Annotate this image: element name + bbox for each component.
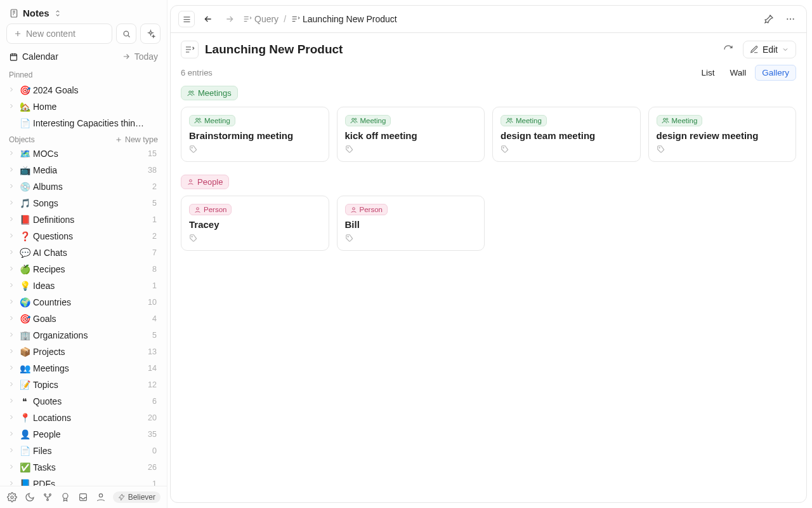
chevron-right-icon[interactable]: [8, 463, 16, 472]
chevron-right-icon[interactable]: [8, 281, 16, 290]
item-label: Locations: [33, 411, 145, 424]
chevron-right-icon[interactable]: [8, 248, 16, 257]
object-type-item[interactable]: 🌍Countries10: [5, 294, 162, 311]
object-type-item[interactable]: 👥Meetings14: [5, 360, 162, 377]
svg-point-18: [355, 118, 357, 120]
ai-sparkle-button[interactable]: [140, 23, 160, 44]
item-emoji: ❝: [19, 395, 30, 408]
tag-icon[interactable]: [345, 234, 477, 243]
entry-card[interactable]: PersonBill: [337, 196, 485, 251]
chevron-right-icon[interactable]: [8, 314, 16, 323]
chevron-right-icon[interactable]: [8, 413, 16, 422]
object-type-item[interactable]: 🗺️MOCs15: [5, 145, 162, 162]
object-type-item[interactable]: 📄Files0: [5, 443, 162, 459]
today-link[interactable]: Today: [122, 51, 158, 62]
entry-card[interactable]: PersonTracey: [181, 196, 329, 251]
object-type-item[interactable]: 📕Definitions1: [5, 211, 162, 228]
view-tab-wall[interactable]: Wall: [723, 65, 752, 80]
pinned-item[interactable]: 🎯2024 Goals: [5, 82, 162, 98]
inbox-icon[interactable]: [77, 491, 89, 503]
page-type-icon[interactable]: [181, 41, 199, 58]
entry-card[interactable]: Meetingdesign team meeting: [492, 107, 641, 162]
item-label: Interesting Capacities thin…: [33, 117, 159, 130]
group-chip[interactable]: Meetings: [181, 86, 238, 100]
chevron-right-icon[interactable]: [8, 446, 16, 455]
chevron-right-icon[interactable]: [8, 298, 16, 307]
workspace-title[interactable]: Notes: [23, 8, 49, 18]
tag-icon[interactable]: [189, 234, 321, 243]
object-type-item[interactable]: 🎯Goals4: [5, 311, 162, 327]
tag-icon[interactable]: [189, 145, 321, 154]
page-title: Launching New Product: [205, 43, 343, 57]
nav-forward-button[interactable]: [221, 11, 238, 27]
breadcrumb-query[interactable]: Query: [243, 14, 278, 24]
chevron-right-icon[interactable]: [8, 364, 16, 373]
object-type-item[interactable]: 📦Projects13: [5, 344, 162, 360]
pinned-item[interactable]: 🏡Home: [5, 98, 162, 115]
object-type-item[interactable]: 🍏Recipes8: [5, 261, 162, 277]
object-type-item[interactable]: 💬AI Chats7: [5, 244, 162, 261]
more-button[interactable]: [782, 11, 799, 27]
item-emoji: 🏢: [19, 329, 30, 342]
entry-card[interactable]: MeetingBrainstorming meeting: [181, 107, 329, 162]
star-badge-icon[interactable]: [60, 491, 71, 503]
item-count: 2: [152, 230, 159, 243]
object-type-item[interactable]: 📍Locations20: [5, 410, 162, 426]
breadcrumb: Query / Launching New Product: [243, 14, 397, 24]
calendar-link[interactable]: Calendar: [9, 51, 58, 62]
search-button[interactable]: [116, 23, 136, 44]
tag-icon[interactable]: [657, 145, 789, 154]
group-chip[interactable]: People: [181, 175, 229, 189]
tag-icon[interactable]: [345, 145, 477, 154]
chevron-right-icon[interactable]: [8, 199, 16, 208]
chevron-right-icon[interactable]: [8, 232, 16, 241]
chevron-right-icon[interactable]: [8, 166, 16, 175]
dark-mode-icon[interactable]: [24, 491, 36, 503]
svg-point-8: [99, 494, 102, 497]
refresh-button[interactable]: [720, 41, 737, 58]
edit-button[interactable]: Edit: [743, 41, 796, 58]
calendar-label: Calendar: [22, 51, 58, 62]
chevron-right-icon[interactable]: [8, 331, 16, 340]
chevron-right-icon[interactable]: [8, 479, 16, 486]
object-type-item[interactable]: 💿Albums2: [5, 178, 162, 195]
object-type-item[interactable]: 📺Media38: [5, 162, 162, 178]
breadcrumb-current[interactable]: Launching New Product: [291, 14, 397, 24]
toggle-sidebar-button[interactable]: [178, 11, 195, 27]
object-type-item[interactable]: 📘PDFs1: [5, 476, 162, 486]
tag-icon[interactable]: [501, 145, 632, 154]
chevron-right-icon[interactable]: [8, 347, 16, 356]
objects-list: 🗺️MOCs15📺Media38💿Albums2🎵Songs5📕Definiti…: [5, 145, 162, 486]
chevron-right-icon[interactable]: [8, 380, 16, 389]
nav-back-button[interactable]: [200, 11, 216, 27]
new-type-button[interactable]: New type: [115, 135, 158, 144]
entry-card[interactable]: Meetingkick off meeting: [337, 107, 485, 162]
object-type-item[interactable]: ❝Quotes6: [5, 393, 162, 410]
object-type-item[interactable]: ✅Tasks26: [5, 459, 162, 476]
object-type-item[interactable]: 📝Topics12: [5, 377, 162, 393]
collapse-selector-icon[interactable]: [53, 9, 62, 18]
chevron-right-icon[interactable]: [8, 86, 16, 95]
chevron-right-icon[interactable]: [8, 215, 16, 224]
pin-button[interactable]: [761, 11, 777, 27]
chevron-right-icon[interactable]: [8, 265, 16, 274]
chevron-right-icon[interactable]: [8, 182, 16, 191]
plan-badge[interactable]: Believer: [113, 491, 160, 503]
object-type-item[interactable]: 🏢Organizations5: [5, 327, 162, 344]
object-type-item[interactable]: 🎵Songs5: [5, 195, 162, 211]
object-type-item[interactable]: 💡Ideas1: [5, 277, 162, 294]
account-icon[interactable]: [95, 491, 107, 503]
chevron-right-icon[interactable]: [8, 102, 16, 111]
new-content-button[interactable]: New content: [6, 23, 112, 44]
object-type-item[interactable]: ❓Questions2: [5, 228, 162, 244]
settings-icon[interactable]: [6, 491, 18, 503]
view-tab-list[interactable]: List: [695, 65, 721, 80]
view-tab-gallery[interactable]: Gallery: [755, 65, 796, 81]
entry-card[interactable]: Meetingdesign review meeting: [648, 107, 797, 162]
pinned-item[interactable]: 📄Interesting Capacities thin…: [5, 115, 162, 131]
object-type-item[interactable]: 👤People35: [5, 426, 162, 443]
chevron-right-icon[interactable]: [8, 430, 16, 439]
chevron-right-icon[interactable]: [8, 397, 16, 406]
chevron-right-icon[interactable]: [8, 149, 16, 158]
branch-icon[interactable]: [42, 491, 53, 503]
